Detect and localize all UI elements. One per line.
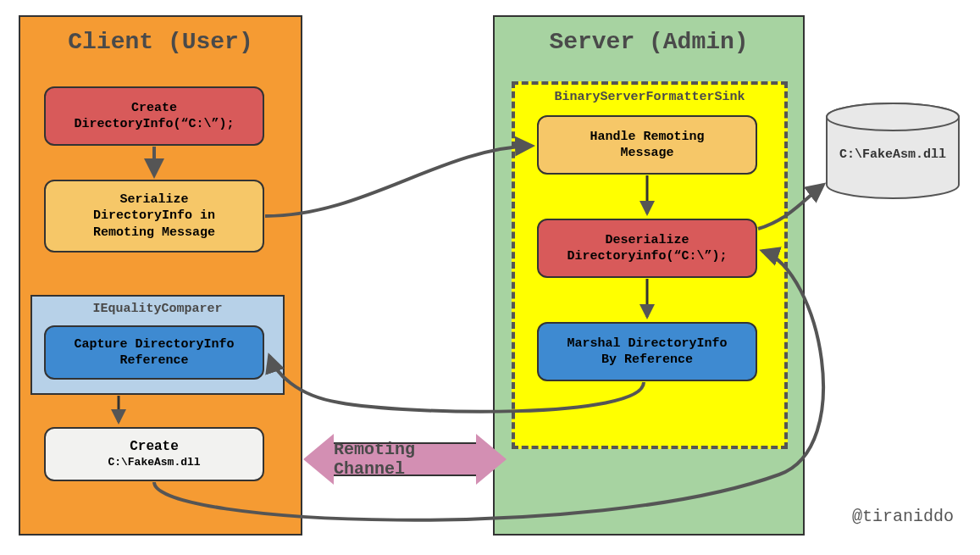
fakeasm-cylinder: C:\FakeAsm.dll: [823, 102, 962, 195]
svg-point-1: [827, 103, 959, 130]
server-marshal-byref: Marshal DirectoryInfo By Reference: [537, 322, 757, 381]
server-title: Server (Admin): [495, 29, 803, 55]
credit-label: @tiraniddo: [852, 507, 954, 526]
cylinder-label: C:\FakeAsm.dll: [823, 147, 962, 162]
client-create-fakeasm-l2: C:\FakeAsm.dll: [108, 456, 200, 470]
client-serialize-dirinfo: Serialize DirectoryInfo in Remoting Mess…: [44, 180, 264, 253]
remoting-channel-arrow: Remoting Channel: [303, 434, 507, 485]
client-create-fakeasm: Create C:\FakeAsm.dll: [44, 427, 264, 481]
sink-label: BinaryServerFormatterSink: [515, 90, 784, 104]
client-capture-reference: Capture DirectoryInfo Reference: [44, 325, 264, 380]
client-create-dirinfo: Create DirectoryInfo(“C:\”);: [44, 86, 264, 146]
iequalitycomparer-label: IEqualityComparer: [32, 302, 283, 316]
client-title: Client (User): [20, 29, 301, 55]
client-create-fakeasm-l1: Create: [130, 438, 179, 456]
remoting-channel-label: Remoting Channel: [334, 442, 476, 476]
server-deserialize-dirinfo: Deserialize Directoryinfo(“C:\”);: [537, 219, 757, 278]
server-handle-message: Handle Remoting Message: [537, 115, 757, 175]
